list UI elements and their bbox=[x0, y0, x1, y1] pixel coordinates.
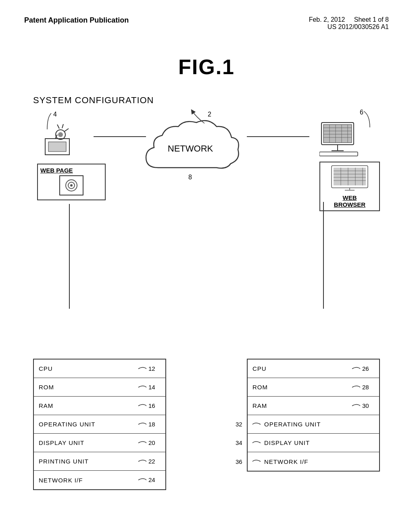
webpage-label: WEB PAGE bbox=[40, 167, 102, 174]
cloud-svg: NETWORK bbox=[138, 115, 243, 180]
left-row-ram: RAM 16 bbox=[34, 397, 165, 415]
right-row-network: 36 NETWORK I/F bbox=[248, 452, 379, 471]
svg-text:24: 24 bbox=[148, 476, 155, 483]
right-row-display: 34 DISPLAY UNIT bbox=[248, 434, 379, 452]
ref-8: 8 bbox=[188, 174, 192, 181]
svg-text:14: 14 bbox=[148, 384, 155, 391]
svg-line-6 bbox=[57, 125, 59, 129]
ref-36: 36 bbox=[236, 458, 242, 465]
svg-rect-29 bbox=[334, 168, 366, 185]
ref-26: 26 bbox=[352, 364, 374, 373]
svg-text:12: 12 bbox=[148, 365, 155, 372]
cloud-container: NETWORK bbox=[138, 115, 243, 181]
computer-icon bbox=[319, 121, 364, 157]
right-row-rom: ROM 28 bbox=[248, 378, 379, 397]
svg-rect-4 bbox=[48, 142, 66, 152]
svg-point-9 bbox=[58, 132, 63, 137]
ref-4: 4 bbox=[45, 109, 106, 121]
svg-line-7 bbox=[62, 124, 63, 128]
right-connect-line bbox=[247, 133, 319, 141]
header-patent: US 2012/0030526 A1 bbox=[309, 23, 389, 31]
printer-icon bbox=[37, 123, 77, 159]
svg-line-8 bbox=[65, 129, 69, 131]
left-row-display: DISPLAY UNIT 20 bbox=[34, 434, 165, 452]
ref-12: 12 bbox=[138, 364, 161, 373]
page: Patent Application Publication Feb. 2, 2… bbox=[0, 0, 413, 532]
header-date: Feb. 2, 2012 Sheet 1 of 8 bbox=[309, 16, 389, 23]
publication-label: Patent Application Publication bbox=[24, 16, 129, 25]
right-row-cpu: CPU 26 bbox=[248, 360, 379, 378]
ref-30: 30 bbox=[352, 401, 374, 410]
webbrowser-box: WEB BROWSER bbox=[319, 162, 380, 211]
right-device-box: CPU 26 ROM 28 bbox=[247, 359, 380, 472]
left-row-rom: ROM 14 bbox=[34, 378, 165, 397]
ref-24: 24 bbox=[138, 476, 161, 484]
header-info: Feb. 2, 2012 Sheet 1 of 8 US 2012/003052… bbox=[309, 16, 389, 31]
ref-32: 32 bbox=[236, 421, 242, 428]
webbrowser-label: WEB BROWSER bbox=[323, 194, 377, 208]
right-row-operating: 32 OPERATING UNIT bbox=[248, 415, 379, 434]
header: Patent Application Publication Feb. 2, 2… bbox=[24, 16, 389, 31]
right-device: 6 bbox=[319, 107, 380, 211]
left-device: 4 WEB PAGE bbox=[37, 109, 106, 200]
svg-rect-16 bbox=[323, 125, 352, 143]
svg-text:4: 4 bbox=[53, 111, 57, 118]
system-label: SYSTEM CONFIGURATION bbox=[33, 95, 154, 106]
svg-text:16: 16 bbox=[148, 402, 155, 409]
figure-title: FIG.1 bbox=[24, 55, 389, 79]
bottom-boxes: CPU 12 ROM 14 bbox=[33, 359, 380, 490]
svg-rect-27 bbox=[319, 152, 358, 156]
svg-point-13 bbox=[70, 184, 73, 187]
right-vertical-line bbox=[319, 202, 327, 313]
browser-screen-icon bbox=[330, 165, 370, 191]
ref-22: 22 bbox=[138, 457, 161, 466]
left-vertical-line bbox=[65, 204, 73, 313]
ref-6: 6 bbox=[319, 107, 380, 119]
svg-text:6: 6 bbox=[360, 109, 363, 116]
left-row-cpu: CPU 12 bbox=[34, 360, 165, 378]
ref-34: 34 bbox=[236, 439, 242, 446]
svg-text:30: 30 bbox=[362, 402, 369, 409]
right-row-ram: RAM 30 bbox=[248, 397, 379, 415]
lens-icon bbox=[63, 177, 79, 193]
svg-text:NETWORK: NETWORK bbox=[168, 143, 213, 154]
left-row-network: NETWORK I/F 24 bbox=[34, 471, 165, 489]
ref-20: 20 bbox=[138, 438, 161, 447]
ref-28: 28 bbox=[352, 383, 374, 392]
svg-text:20: 20 bbox=[148, 439, 155, 446]
diagram-area: SYSTEM CONFIGURATION 2 NETWORK 8 bbox=[33, 95, 380, 490]
svg-text:22: 22 bbox=[148, 458, 155, 465]
webpage-box: WEB PAGE bbox=[37, 164, 106, 200]
svg-text:26: 26 bbox=[362, 365, 369, 372]
svg-text:28: 28 bbox=[362, 384, 369, 391]
ref-18: 18 bbox=[138, 420, 161, 429]
left-connect-line bbox=[94, 133, 154, 141]
left-row-operating: OPERATING UNIT 18 bbox=[34, 415, 165, 434]
left-row-printing: PRINTING UNIT 22 bbox=[34, 452, 165, 471]
webpage-inner bbox=[59, 175, 83, 195]
ref-16: 16 bbox=[138, 401, 161, 410]
svg-text:18: 18 bbox=[148, 421, 155, 428]
ref-14: 14 bbox=[138, 383, 161, 392]
left-device-box: CPU 12 ROM 14 bbox=[33, 359, 166, 490]
